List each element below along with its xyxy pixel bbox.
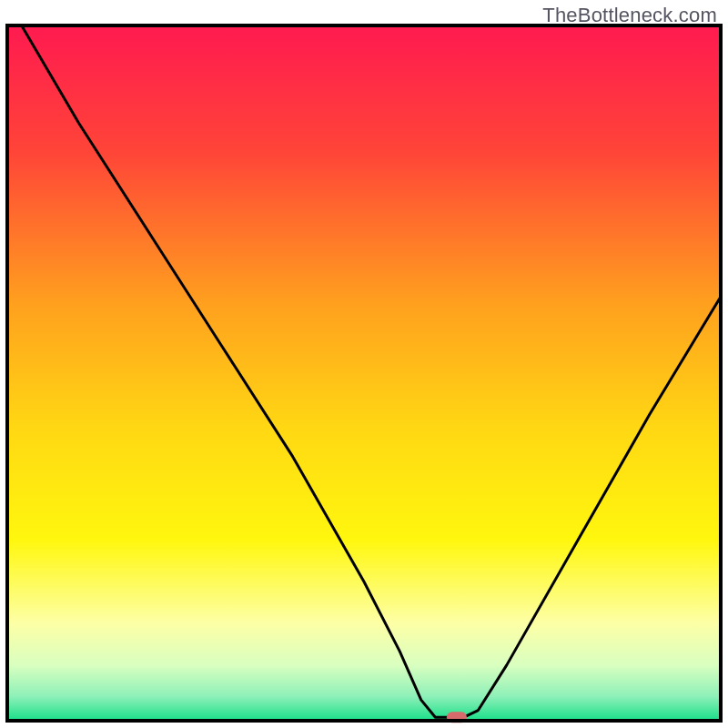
chart-container: TheBottleneck.com — [0, 0, 728, 728]
watermark-text: TheBottleneck.com — [542, 4, 717, 27]
chart-background — [7, 25, 721, 721]
bottleneck-chart — [0, 0, 728, 728]
